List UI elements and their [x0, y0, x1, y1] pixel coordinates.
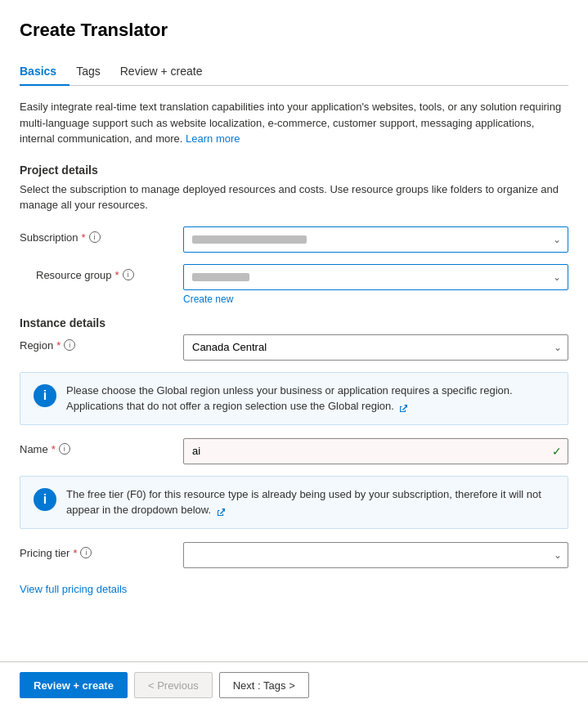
pricing-tier-required: *: [73, 547, 77, 559]
resource-group-required: *: [115, 269, 119, 281]
region-control: Canada Central Global East US West US We…: [183, 334, 568, 361]
region-info-box: i Please choose the Global region unless…: [20, 372, 568, 425]
free-tier-info-circle-icon: i: [34, 488, 56, 511]
name-control: ✓: [183, 438, 568, 464]
name-info-icon[interactable]: i: [59, 443, 70, 455]
resource-group-label: Resource group * i: [20, 264, 183, 281]
resource-group-control: ⌄ Create new: [183, 264, 568, 305]
learn-more-link[interactable]: Learn more: [186, 132, 240, 145]
region-dropdown-container: Canada Central Global East US West US We…: [183, 334, 568, 361]
subscription-dropdown[interactable]: ⌄: [183, 226, 568, 253]
tab-basics[interactable]: Basics: [20, 58, 70, 86]
page-description: Easily integrate real-time text translat…: [20, 99, 568, 147]
resource-group-dropdown[interactable]: ⌄: [183, 264, 568, 290]
tab-tags[interactable]: Tags: [76, 58, 114, 86]
region-info-text: Please choose the Global region unless y…: [66, 383, 554, 414]
subscription-info-icon[interactable]: i: [89, 231, 101, 243]
pricing-tier-dropdown-container: ⌄: [183, 542, 568, 568]
resource-group-info-icon[interactable]: i: [123, 269, 134, 280]
instance-details-heading: Instance details: [20, 316, 568, 329]
resource-group-chevron: ⌄: [553, 271, 561, 283]
resource-group-row: Resource group * i ⌄ Create new: [20, 264, 568, 305]
subscription-label: Subscription * i: [20, 226, 183, 244]
region-required: *: [56, 339, 61, 352]
page-title: Create Translator: [20, 20, 568, 41]
view-pricing-link[interactable]: View full pricing details: [20, 583, 127, 595]
region-row: Region * i Canada Central Global East US…: [20, 334, 568, 361]
name-input-container: ✓: [183, 438, 568, 464]
review-create-button[interactable]: Review + create: [20, 672, 128, 698]
subscription-row: Subscription * i ⌄: [20, 226, 568, 253]
project-details-heading: Project details: [20, 164, 568, 177]
subscription-required: *: [82, 231, 86, 244]
bottom-bar: Review + create < Previous Next : Tags >: [0, 661, 588, 708]
pricing-tier-row: Pricing tier * i ⌄: [20, 542, 568, 568]
create-new-link[interactable]: Create new: [183, 294, 233, 305]
tab-review-create[interactable]: Review + create: [120, 58, 216, 86]
tab-bar: Basics Tags Review + create: [20, 57, 568, 86]
pricing-tier-info-icon[interactable]: i: [80, 547, 92, 558]
name-required: *: [52, 443, 56, 455]
pricing-tier-select[interactable]: [183, 542, 568, 568]
previous-button: < Previous: [134, 672, 213, 698]
free-tier-info-box: i The free tier (F0) for this resource t…: [20, 476, 568, 529]
region-select[interactable]: Canada Central Global East US West US We…: [183, 334, 568, 361]
free-tier-info-text: The free tier (F0) for this resource typ…: [66, 486, 554, 518]
name-row: Name * i ✓: [20, 438, 568, 464]
pricing-tier-control: ⌄: [183, 542, 568, 568]
subscription-control: ⌄: [183, 226, 568, 253]
name-checkmark-icon: ✓: [552, 445, 562, 458]
free-tier-external-link-icon[interactable]: [216, 506, 226, 516]
region-info-icon[interactable]: i: [64, 339, 75, 351]
resource-group-value-blurred: [192, 273, 249, 281]
project-details-desc: Select the subscription to manage deploy…: [20, 181, 568, 213]
pricing-tier-label: Pricing tier * i: [20, 542, 183, 559]
next-button[interactable]: Next : Tags >: [219, 672, 309, 698]
subscription-chevron: ⌄: [553, 234, 561, 245]
name-input[interactable]: [183, 438, 568, 464]
subscription-value-blurred: [192, 235, 307, 244]
name-label: Name * i: [20, 438, 183, 455]
region-info-circle-icon: i: [34, 384, 56, 407]
region-external-link-icon[interactable]: [398, 402, 408, 412]
region-label: Region * i: [20, 334, 183, 352]
